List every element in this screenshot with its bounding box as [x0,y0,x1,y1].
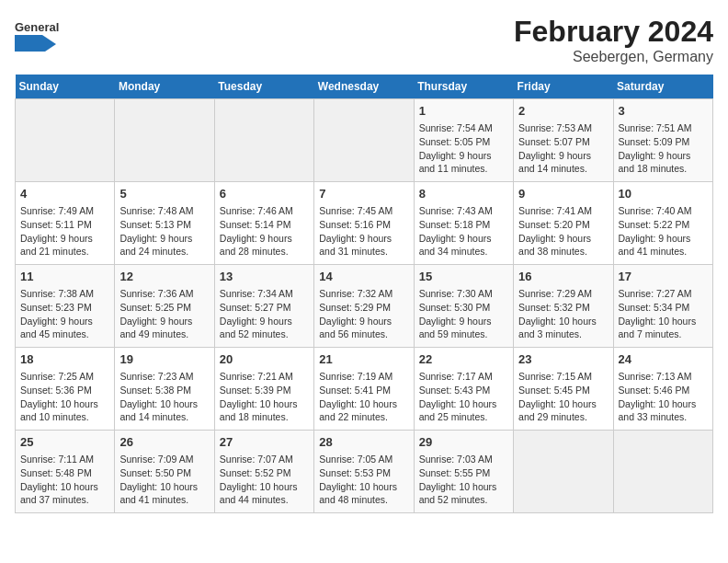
day-number: 14 [319,269,408,285]
calendar-cell: 25Sunrise: 7:11 AM Sunset: 5:48 PM Dayli… [16,431,115,513]
day-number: 12 [119,269,209,285]
calendar-cell: 4Sunrise: 7:49 AM Sunset: 5:11 PM Daylig… [16,182,115,265]
day-info: Sunrise: 7:34 AM Sunset: 5:27 PM Dayligh… [220,287,309,341]
week-row-3: 11Sunrise: 7:38 AM Sunset: 5:23 PM Dayli… [16,265,713,348]
logo: General [15,15,61,52]
day-number: 24 [619,351,708,368]
day-info: Sunrise: 7:27 AM Sunset: 5:34 PM Dayligh… [619,287,708,341]
day-number: 3 [619,103,708,120]
day-number: 25 [20,434,109,451]
calendar-cell: 23Sunrise: 7:15 AM Sunset: 5:45 PM Dayli… [514,348,613,431]
calendar-cell: 27Sunrise: 7:07 AM Sunset: 5:52 PM Dayli… [214,431,313,513]
calendar-cell: 21Sunrise: 7:19 AM Sunset: 5:41 PM Dayli… [314,348,414,431]
calendar-cell [214,99,313,182]
calendar-title: February 2024 [514,15,713,49]
calendar-cell: 14Sunrise: 7:32 AM Sunset: 5:29 PM Dayli… [314,265,414,348]
day-number: 9 [518,186,608,202]
day-number: 1 [419,103,508,120]
day-info: Sunrise: 7:51 AM Sunset: 5:09 PM Dayligh… [619,121,708,176]
day-info: Sunrise: 7:30 AM Sunset: 5:30 PM Dayligh… [419,287,508,341]
page-header: General February 2024 Seebergen, Germany [15,15,713,65]
day-number: 20 [220,351,309,368]
day-info: Sunrise: 7:43 AM Sunset: 5:18 PM Dayligh… [419,204,508,259]
calendar-cell: 7Sunrise: 7:45 AM Sunset: 5:16 PM Daylig… [314,182,414,265]
day-number: 22 [419,351,508,368]
day-info: Sunrise: 7:23 AM Sunset: 5:38 PM Dayligh… [119,370,209,424]
calendar-cell: 9Sunrise: 7:41 AM Sunset: 5:20 PM Daylig… [514,182,613,265]
day-number: 11 [20,269,109,285]
day-info: Sunrise: 7:40 AM Sunset: 5:22 PM Dayligh… [619,204,708,259]
weekday-header-monday: Monday [115,75,214,99]
weekday-header-friday: Friday [514,75,613,99]
day-info: Sunrise: 7:03 AM Sunset: 5:55 PM Dayligh… [419,453,508,507]
weekday-header-row: SundayMondayTuesdayWednesdayThursdayFrid… [16,75,713,99]
calendar-cell: 17Sunrise: 7:27 AM Sunset: 5:34 PM Dayli… [613,265,712,348]
day-info: Sunrise: 7:13 AM Sunset: 5:46 PM Dayligh… [619,370,708,424]
day-info: Sunrise: 7:09 AM Sunset: 5:50 PM Dayligh… [119,453,209,507]
weekday-header-tuesday: Tuesday [214,75,313,99]
calendar-cell: 19Sunrise: 7:23 AM Sunset: 5:38 PM Dayli… [115,348,214,431]
title-block: February 2024 Seebergen, Germany [514,15,713,65]
calendar-cell: 28Sunrise: 7:05 AM Sunset: 5:53 PM Dayli… [314,431,414,513]
calendar-cell [314,99,414,182]
day-number: 21 [319,351,408,368]
day-info: Sunrise: 7:45 AM Sunset: 5:16 PM Dayligh… [319,204,408,259]
week-row-4: 18Sunrise: 7:25 AM Sunset: 5:36 PM Dayli… [16,348,713,431]
calendar-cell: 18Sunrise: 7:25 AM Sunset: 5:36 PM Dayli… [16,348,115,431]
day-info: Sunrise: 7:38 AM Sunset: 5:23 PM Dayligh… [20,287,109,341]
calendar-cell: 8Sunrise: 7:43 AM Sunset: 5:18 PM Daylig… [414,182,513,265]
day-number: 8 [419,186,508,202]
calendar-cell: 15Sunrise: 7:30 AM Sunset: 5:30 PM Dayli… [414,265,513,348]
week-row-1: 1Sunrise: 7:54 AM Sunset: 5:05 PM Daylig… [16,99,713,182]
calendar-cell: 20Sunrise: 7:21 AM Sunset: 5:39 PM Dayli… [214,348,313,431]
day-number: 19 [119,351,209,368]
calendar-cell: 26Sunrise: 7:09 AM Sunset: 5:50 PM Dayli… [115,431,214,513]
day-number: 5 [119,186,209,202]
logo-icon: General [15,15,61,52]
day-number: 27 [220,434,309,451]
calendar-cell: 3Sunrise: 7:51 AM Sunset: 5:09 PM Daylig… [613,99,712,182]
week-row-5: 25Sunrise: 7:11 AM Sunset: 5:48 PM Dayli… [16,431,713,513]
calendar-cell [514,431,613,513]
day-number: 16 [518,269,608,285]
day-info: Sunrise: 7:53 AM Sunset: 5:07 PM Dayligh… [518,121,608,176]
day-info: Sunrise: 7:25 AM Sunset: 5:36 PM Dayligh… [20,370,109,424]
calendar-cell: 5Sunrise: 7:48 AM Sunset: 5:13 PM Daylig… [115,182,214,265]
day-number: 18 [20,351,109,368]
calendar-cell: 1Sunrise: 7:54 AM Sunset: 5:05 PM Daylig… [414,99,513,182]
day-info: Sunrise: 7:07 AM Sunset: 5:52 PM Dayligh… [220,453,309,507]
day-number: 13 [220,269,309,285]
day-number: 29 [419,434,508,451]
calendar-cell [16,99,115,182]
day-number: 26 [119,434,209,451]
day-info: Sunrise: 7:17 AM Sunset: 5:43 PM Dayligh… [419,370,508,424]
calendar-cell: 16Sunrise: 7:29 AM Sunset: 5:32 PM Dayli… [514,265,613,348]
calendar-cell: 6Sunrise: 7:46 AM Sunset: 5:14 PM Daylig… [214,182,313,265]
weekday-header-thursday: Thursday [414,75,513,99]
day-info: Sunrise: 7:15 AM Sunset: 5:45 PM Dayligh… [518,370,608,424]
calendar-cell: 11Sunrise: 7:38 AM Sunset: 5:23 PM Dayli… [16,265,115,348]
day-number: 28 [319,434,408,451]
weekday-header-saturday: Saturday [613,75,712,99]
day-info: Sunrise: 7:48 AM Sunset: 5:13 PM Dayligh… [119,204,209,259]
calendar-cell [613,431,712,513]
day-info: Sunrise: 7:11 AM Sunset: 5:48 PM Dayligh… [20,453,109,507]
day-info: Sunrise: 7:41 AM Sunset: 5:20 PM Dayligh… [518,204,608,259]
weekday-header-sunday: Sunday [16,75,115,99]
calendar-cell [115,99,214,182]
week-row-2: 4Sunrise: 7:49 AM Sunset: 5:11 PM Daylig… [16,182,713,265]
day-number: 23 [518,351,608,368]
day-info: Sunrise: 7:32 AM Sunset: 5:29 PM Dayligh… [319,287,408,341]
day-info: Sunrise: 7:05 AM Sunset: 5:53 PM Dayligh… [319,453,408,507]
calendar-cell: 2Sunrise: 7:53 AM Sunset: 5:07 PM Daylig… [514,99,613,182]
day-number: 15 [419,269,508,285]
day-info: Sunrise: 7:21 AM Sunset: 5:39 PM Dayligh… [220,370,309,424]
svg-text:General: General [15,20,59,34]
day-number: 4 [20,186,109,202]
day-info: Sunrise: 7:46 AM Sunset: 5:14 PM Dayligh… [220,204,309,259]
day-number: 7 [319,186,408,202]
day-number: 2 [518,103,608,120]
calendar-subtitle: Seebergen, Germany [514,49,713,65]
calendar-cell: 22Sunrise: 7:17 AM Sunset: 5:43 PM Dayli… [414,348,513,431]
calendar-cell: 13Sunrise: 7:34 AM Sunset: 5:27 PM Dayli… [214,265,313,348]
